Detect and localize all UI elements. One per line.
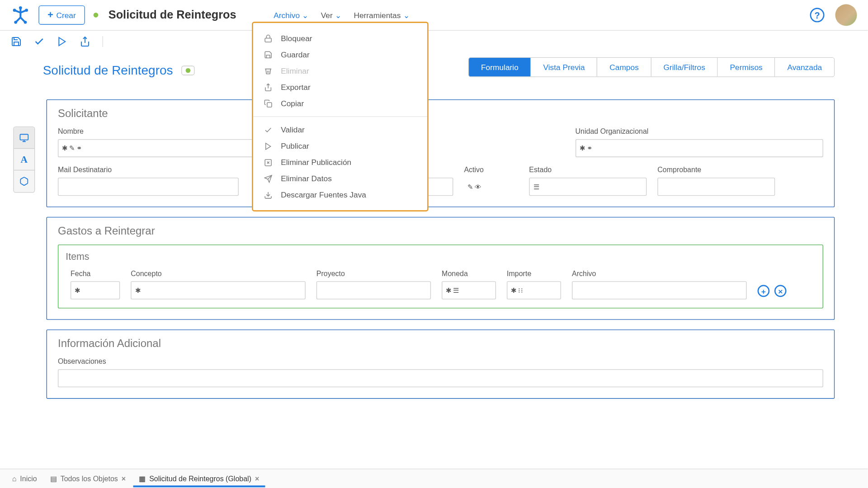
input-unidad[interactable]: ✱ ⚭ [576,139,823,157]
dropdown-separator [253,116,427,117]
asterisk-icon: ✱ [75,286,80,294]
input-activo[interactable]: ✎ 👁 [464,178,518,196]
grid-icon: ▤ [50,474,57,483]
tab-grilla-filtros[interactable]: Grilla/Filtros [651,58,718,76]
dd-descargar-java[interactable]: Descargar Fuentes Java [253,187,427,203]
tab-vista-previa[interactable]: Vista Previa [531,58,598,76]
svg-point-3 [14,21,17,24]
dd-copiar[interactable]: Copiar [253,95,427,112]
input-fecha[interactable]: ✱ [71,282,120,300]
share-icon: ⚭ [587,144,592,152]
bottom-tabs: ⌂ Inicio ▤ Todos los Objetos × ▦ Solicit… [0,469,868,488]
input-mail[interactable] [58,178,239,196]
dd-validar[interactable]: Validar [253,122,427,138]
help-icon[interactable]: ? [810,8,825,22]
tab-avanzada[interactable]: Avanzada [775,58,834,76]
label-comprobante: Comprobante [657,166,775,174]
asterisk-icon: ✱ [446,286,451,294]
save-icon[interactable] [11,36,22,47]
tab-campos[interactable]: Campos [598,58,651,76]
dd-publicar[interactable]: Publicar [253,138,427,154]
input-archivo[interactable] [572,282,747,300]
top-bar: + Crear Solicitud de Reintegros Archivo … [0,0,868,31]
edit-icon: ✎ [467,183,473,191]
dd-guardar[interactable]: Guardar [253,47,427,63]
label-observaciones: Observaciones [58,357,823,366]
remove-item-button[interactable]: × [774,285,787,297]
items-title: Items [66,251,815,262]
btab-inicio[interactable]: ⌂ Inicio [6,471,43,487]
unpublish-icon [264,158,274,167]
home-icon: ⌂ [12,474,17,483]
tab-permisos[interactable]: Permisos [718,58,775,76]
dd-eliminar-datos[interactable]: Eliminar Datos [253,170,427,187]
svg-point-2 [25,9,28,12]
page-title: Solicitud de Reintegros [43,63,173,78]
close-icon[interactable]: × [255,474,259,483]
view-tabs: Formulario Vista Previa Campos Grilla/Fi… [468,57,835,77]
top-title: Solicitud de Reintegros [108,9,236,22]
input-moneda[interactable]: ✱☰ [442,282,496,300]
tab-formulario[interactable]: Formulario [469,58,531,76]
chevron-down-icon: ⌄ [335,10,342,19]
check-icon[interactable] [34,36,45,47]
rail-screen-icon[interactable] [14,127,34,149]
save-icon [264,50,274,59]
label-estado: Estado [529,166,646,174]
erase-icon [264,174,274,183]
input-estado[interactable]: ☰ [529,178,646,196]
asterisk-icon: ✱ [511,286,516,294]
archivo-dropdown: Bloquear Guardar Eliminar Exportar Copia… [252,22,429,211]
section-title: Solicitante [58,107,823,120]
label-archivo: Archivo [572,269,747,278]
dd-bloquear[interactable]: Bloquear [253,30,427,47]
asterisk-icon: ✱ [62,144,67,152]
status-dot-icon [186,68,191,73]
label-moneda: Moneda [442,269,496,278]
input-observaciones[interactable] [58,369,823,387]
menu-herramientas[interactable]: Herramientas ⌄ [349,8,415,23]
dd-exportar[interactable]: Exportar [253,79,427,95]
input-concepto[interactable]: ✱ [131,282,306,300]
btab-todos[interactable]: ▤ Todos los Objetos × [44,471,132,487]
input-comprobante[interactable] [657,178,775,196]
label-concepto: Concepto [131,269,306,278]
menu-ver[interactable]: Ver ⌄ [316,8,346,23]
input-importe[interactable]: ✱⁝⁝ [507,282,561,300]
add-item-button[interactable]: + [758,285,770,297]
section-gastos: Gastos a Reintegrar Items Fecha ✱ Concep… [47,217,835,320]
close-icon[interactable]: × [122,474,126,483]
menu-archivo[interactable]: Archivo ⌄ [269,8,314,23]
export-icon [264,83,274,91]
lock-icon [264,34,274,42]
section-solicitante: Solicitante Nombre ✱ ✎ ⚭ . Unidad Organi… [47,99,835,207]
svg-rect-12 [267,102,272,107]
btab-solicitud[interactable]: ▦ Solicitud de Reintegros (Global) × [133,471,265,487]
create-button[interactable]: + Crear [38,5,85,25]
status-badge[interactable] [181,66,194,75]
svg-marker-5 [59,38,65,46]
rail-cube-icon[interactable] [14,170,34,192]
dd-eliminar: Eliminar [253,63,427,79]
svg-point-0 [19,6,22,9]
eye-icon: 👁 [475,183,481,190]
svg-point-1 [13,9,16,12]
play-icon[interactable] [57,36,67,47]
number-icon: ⁝⁝ [518,286,523,294]
export-icon[interactable] [80,36,90,47]
label-importe: Importe [507,269,561,278]
dd-eliminar-publicacion[interactable]: Eliminar Publicación [253,154,427,170]
list-icon: ☰ [533,183,539,191]
chevron-down-icon: ⌄ [403,10,410,19]
avatar[interactable] [835,4,857,26]
rail-text-icon[interactable]: A [14,149,34,170]
input-proyecto[interactable] [316,282,431,300]
svg-rect-10 [265,38,271,42]
create-label: Crear [56,10,75,19]
svg-marker-13 [266,143,271,149]
play-icon [264,142,274,150]
asterisk-icon: ✱ [135,286,141,294]
app-logo [11,5,30,25]
label-activo: Activo [464,166,518,174]
section-items: Items Fecha ✱ Concepto ✱ Proyecto Moneda… [58,244,823,308]
